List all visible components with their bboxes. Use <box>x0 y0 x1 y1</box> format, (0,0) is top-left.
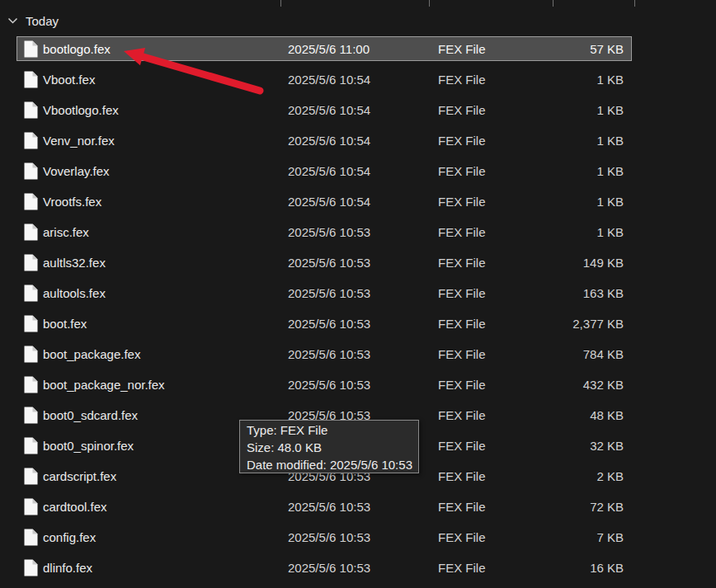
file-row[interactable]: boot_package.fex 2025/5/6 10:53 FEX File… <box>16 341 632 366</box>
file-date-modified: 2025/5/6 10:53 <box>288 317 438 331</box>
file-date-modified: 2025/5/6 10:53 <box>288 561 438 575</box>
group-header-label: Today <box>26 14 59 28</box>
file-size: 1 KB <box>553 103 624 117</box>
file-icon <box>24 407 38 424</box>
file-size: 32 KB <box>553 439 624 453</box>
file-icon <box>24 40 38 58</box>
file-icon <box>24 132 38 149</box>
file-name: Vrootfs.fex <box>43 195 101 209</box>
file-name: boot0_sdcard.fex <box>43 408 138 422</box>
file-row[interactable]: Voverlay.fex 2025/5/6 10:54 FEX File 1 K… <box>16 158 632 183</box>
file-name: aultools.fex <box>43 286 106 300</box>
file-name-cell: Vboot.fex <box>24 71 288 88</box>
file-type: FEX File <box>438 73 553 87</box>
file-size: 48 KB <box>553 408 624 422</box>
file-icon <box>24 162 38 180</box>
file-name-cell: boot.fex <box>24 315 288 332</box>
file-row[interactable]: Venv_nor.fex 2025/5/6 10:54 FEX File 1 K… <box>16 128 632 153</box>
file-name: boot_package.fex <box>43 347 140 361</box>
file-type: FEX File <box>438 256 553 270</box>
file-name: boot_package_nor.fex <box>43 378 165 392</box>
file-type: FEX File <box>438 103 553 117</box>
chevron-down-icon[interactable] <box>7 17 18 25</box>
file-type: FEX File <box>438 317 553 331</box>
file-row[interactable]: boot.fex 2025/5/6 10:53 FEX File 2,377 K… <box>16 311 632 336</box>
column-separator[interactable] <box>429 0 430 7</box>
tooltip-date-line: Date modified: 2025/5/6 10:53 <box>247 456 412 473</box>
file-size: 1 KB <box>553 134 624 148</box>
file-size: 2,377 KB <box>553 317 624 331</box>
file-icon <box>24 559 38 576</box>
tooltip-type-line: Type: FEX File <box>247 421 412 439</box>
file-icon <box>24 285 38 302</box>
file-type: FEX File <box>438 225 553 239</box>
file-name: cardscript.fex <box>43 469 116 483</box>
file-name: Vboot.fex <box>43 73 95 87</box>
file-name: Voverlay.fex <box>43 164 110 178</box>
file-type: FEX File <box>438 561 553 575</box>
file-date-modified: 2025/5/6 10:53 <box>288 347 438 361</box>
file-row[interactable]: bootlogo.fex 2025/5/6 11:00 FEX File 57 … <box>16 36 632 61</box>
file-name: aultls32.fex <box>43 256 106 270</box>
file-row[interactable]: cardtool.fex 2025/5/6 10:53 FEX File 72 … <box>16 494 632 519</box>
file-name: cardtool.fex <box>43 500 107 514</box>
file-name: arisc.fex <box>43 225 89 239</box>
file-icon <box>24 315 38 332</box>
file-row[interactable]: arisc.fex 2025/5/6 10:53 FEX File 1 KB <box>16 219 632 244</box>
file-date-modified: 2025/5/6 10:53 <box>288 286 438 300</box>
file-date-modified: 2025/5/6 10:53 <box>288 500 438 514</box>
file-name-cell: aultools.fex <box>24 285 288 302</box>
file-icon <box>24 468 38 485</box>
file-row[interactable]: Vboot.fex 2025/5/6 10:54 FEX File 1 KB <box>16 67 632 92</box>
file-icon <box>24 529 38 546</box>
file-type: FEX File <box>438 195 553 209</box>
file-icon <box>24 346 38 363</box>
file-row[interactable]: config.fex 2025/5/6 10:53 FEX File 7 KB <box>16 524 632 549</box>
file-icon <box>24 498 38 515</box>
file-type: FEX File <box>438 134 553 148</box>
file-name-cell: config.fex <box>24 529 288 546</box>
file-name-cell: arisc.fex <box>24 223 288 241</box>
file-size: 1 KB <box>553 225 624 239</box>
file-date-modified: 2025/5/6 10:54 <box>288 73 438 87</box>
file-size: 432 KB <box>553 378 624 392</box>
file-size: 149 KB <box>553 256 624 270</box>
file-explorer-window: Today bootlogo.fex 2025/5/6 11:00 FEX Fi… <box>0 0 716 588</box>
file-date-modified: 2025/5/6 10:54 <box>288 103 438 117</box>
file-name-cell: boot_package.fex <box>24 346 288 363</box>
column-separator[interactable] <box>553 0 553 7</box>
file-row[interactable]: aultools.fex 2025/5/6 10:53 FEX File 163… <box>16 280 632 305</box>
file-row[interactable]: dlinfo.fex 2025/5/6 10:53 FEX File 16 KB <box>16 555 632 580</box>
file-size: 7 KB <box>553 530 624 544</box>
file-date-modified: 2025/5/6 10:53 <box>288 225 438 239</box>
file-date-modified: 2025/5/6 10:54 <box>288 164 438 178</box>
file-name-cell: cardtool.fex <box>24 498 288 515</box>
file-type: FEX File <box>438 164 553 178</box>
file-icon <box>24 71 38 88</box>
file-name: Vbootlogo.fex <box>43 103 119 117</box>
file-name: dlinfo.fex <box>43 561 92 575</box>
tooltip-size-line: Size: 48.0 KB <box>247 439 412 456</box>
file-type: FEX File <box>438 408 553 422</box>
file-row[interactable]: Vbootlogo.fex 2025/5/6 10:54 FEX File 1 … <box>16 97 632 122</box>
file-icon <box>24 193 38 210</box>
file-icon <box>24 254 38 271</box>
file-icon <box>24 223 38 241</box>
file-name: Venv_nor.fex <box>43 134 115 148</box>
file-size: 16 KB <box>553 561 624 575</box>
file-date-modified: 2025/5/6 10:54 <box>288 195 438 209</box>
column-separator[interactable] <box>634 0 635 7</box>
column-separator[interactable] <box>280 0 281 7</box>
file-list: bootlogo.fex 2025/5/6 11:00 FEX File 57 … <box>16 36 632 586</box>
file-icon <box>24 101 38 119</box>
file-size: 1 KB <box>553 164 624 178</box>
file-name: config.fex <box>43 530 96 544</box>
file-row[interactable]: Vrootfs.fex 2025/5/6 10:54 FEX File 1 KB <box>16 189 632 214</box>
file-row[interactable]: boot_package_nor.fex 2025/5/6 10:53 FEX … <box>16 372 632 397</box>
file-size: 163 KB <box>553 286 624 300</box>
file-size: 1 KB <box>553 73 624 87</box>
file-date-modified: 2025/5/6 11:00 <box>288 42 438 56</box>
file-size: 2 KB <box>553 469 624 483</box>
group-header-today[interactable]: Today <box>7 14 59 28</box>
file-row[interactable]: aultls32.fex 2025/5/6 10:53 FEX File 149… <box>16 250 632 275</box>
